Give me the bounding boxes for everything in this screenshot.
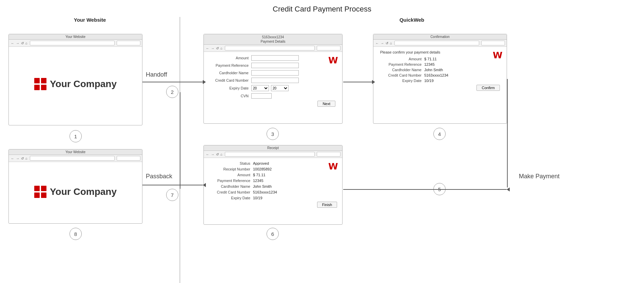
company-logo-1: Your Company bbox=[34, 78, 117, 90]
refresh-icon-1[interactable]: ↺ bbox=[21, 41, 24, 45]
forward-icon-4[interactable]: → bbox=[16, 157, 20, 160]
confirm-btn-container: Confirm bbox=[380, 85, 500, 91]
main-title: Credit Card Payment Process bbox=[0, 0, 644, 17]
finish-btn-container: Finish bbox=[209, 202, 337, 208]
finish-button[interactable]: Finish bbox=[317, 202, 337, 208]
browser-4-content: Your Company bbox=[9, 162, 142, 221]
card-num-input[interactable] bbox=[251, 78, 299, 83]
forward-icon-5[interactable]: → bbox=[211, 153, 215, 156]
westpac-logo-3: 𝗪 bbox=[493, 50, 503, 61]
logo-sq-3 bbox=[34, 85, 40, 90]
logo-grid-2 bbox=[34, 186, 46, 198]
receipt-num-val: 100285892 bbox=[253, 167, 272, 171]
home-icon-1[interactable]: ⌂ bbox=[25, 41, 28, 45]
search-bar-1[interactable] bbox=[117, 41, 140, 45]
home-icon-2[interactable]: ⌂ bbox=[220, 46, 223, 50]
browser-1-titlebar: Your Website bbox=[9, 34, 142, 40]
expiry-month-select[interactable]: 20 bbox=[251, 85, 269, 91]
browser-2-titlebar: 5163xxxx1234 Payment Details bbox=[204, 34, 342, 45]
cvn-input[interactable] bbox=[251, 93, 272, 99]
logo-sq-6 bbox=[41, 186, 46, 191]
search-bar-2[interactable] bbox=[317, 46, 340, 50]
step-1: 1 bbox=[70, 130, 82, 142]
logo-sq-2 bbox=[41, 78, 46, 83]
browser-5-content: 𝗪 Status Approved Receipt Number 1002858… bbox=[204, 158, 342, 221]
confirm-amount-row: Amount $ 71.11 bbox=[380, 57, 500, 61]
card-num-label: Credit Card Number bbox=[211, 78, 251, 82]
cvn-label: CVN bbox=[211, 94, 251, 98]
address-bar-3[interactable] bbox=[394, 41, 479, 45]
receipt-expiry-label: Expiry Date bbox=[209, 196, 253, 200]
payment-form: Amount Payment Reference Cardholder Name… bbox=[204, 52, 342, 110]
browser-3-toolbar: ← → ↺ ⌂ bbox=[373, 40, 507, 47]
confirm-heading: Please confirm your payment details bbox=[380, 50, 500, 54]
confirm-amount-label: Amount bbox=[380, 57, 424, 61]
mp-line bbox=[343, 189, 507, 190]
browser-5-titlebar: Receipt bbox=[204, 145, 342, 151]
passback-line bbox=[142, 185, 203, 185]
home-icon-5[interactable]: ⌂ bbox=[220, 153, 223, 156]
back-icon-3[interactable]: ← bbox=[375, 41, 379, 45]
search-bar-5[interactable] bbox=[317, 152, 340, 157]
refresh-icon-3[interactable]: ↺ bbox=[385, 41, 389, 45]
receipt-card-num-val: 5163xxxx1234 bbox=[253, 190, 277, 194]
forward-icon-1[interactable]: → bbox=[16, 41, 20, 45]
browser-5-toolbar: ← → ↺ ⌂ bbox=[204, 151, 342, 158]
expiry-year-select[interactable]: 20 bbox=[271, 85, 289, 91]
your-website-header: Your Website bbox=[0, 17, 180, 23]
receipt-cardholder-val: John Smith bbox=[253, 184, 272, 188]
receipt-num-row: Receipt Number 100285892 bbox=[209, 167, 337, 171]
browser-4: Your Website ← → ↺ ⌂ Your Company bbox=[8, 149, 142, 224]
refresh-icon-2[interactable]: ↺ bbox=[216, 46, 219, 50]
logo-grid-1 bbox=[34, 78, 46, 90]
logo-sq-5 bbox=[34, 186, 40, 191]
receipt-status-label: Status bbox=[209, 161, 253, 165]
cardholder-label: Cardholder Name bbox=[211, 71, 251, 75]
address-bar-4[interactable] bbox=[30, 156, 115, 161]
forward-icon-3[interactable]: → bbox=[380, 41, 384, 45]
back-icon-4[interactable]: ← bbox=[11, 157, 15, 160]
receipt-ref-val: 12345 bbox=[253, 179, 264, 183]
step-6: 6 bbox=[267, 228, 279, 240]
browser-1: Your Website ← → ↺ ⌂ Your Company bbox=[8, 34, 142, 125]
browser-1-toolbar: ← → ↺ ⌂ bbox=[9, 40, 142, 47]
back-icon-5[interactable]: ← bbox=[206, 153, 210, 156]
home-icon-4[interactable]: ⌂ bbox=[25, 157, 28, 160]
browser-3-titlebar: Confirmation bbox=[373, 34, 507, 40]
receipt-form: Status Approved Receipt Number 100285892… bbox=[204, 158, 342, 211]
payment-ref-label: Payment Reference bbox=[211, 63, 251, 67]
home-icon-3[interactable]: ⌂ bbox=[390, 41, 392, 45]
refresh-icon-5[interactable]: ↺ bbox=[216, 153, 219, 156]
browser-2-content: 𝗪 Amount Payment Reference Cardholder Na… bbox=[204, 52, 342, 123]
confirmation-form: Please confirm your payment details Amou… bbox=[373, 47, 507, 94]
forward-icon-2[interactable]: → bbox=[211, 46, 215, 50]
browser-2-toolbar: ← → ↺ ⌂ bbox=[204, 45, 342, 52]
confirm-ref-label: Payment Reference bbox=[380, 62, 424, 66]
next-button[interactable]: Next bbox=[317, 101, 335, 107]
refresh-icon-4[interactable]: ↺ bbox=[21, 157, 24, 160]
search-bar-4[interactable] bbox=[117, 156, 140, 161]
address-bar-5[interactable] bbox=[225, 152, 315, 157]
receipt-cardholder-row: Cardholder Name John Smith bbox=[209, 184, 337, 188]
receipt-amount-label: Amount bbox=[209, 173, 253, 177]
payment-ref-input[interactable] bbox=[251, 63, 299, 68]
amount-row: Amount bbox=[211, 55, 335, 61]
expiry-label: Expiry Date bbox=[211, 86, 251, 90]
company-name-2: Your Company bbox=[50, 186, 117, 197]
address-bar-2[interactable] bbox=[225, 46, 315, 50]
logo-sq-8 bbox=[41, 193, 46, 198]
back-icon-1[interactable]: ← bbox=[11, 41, 15, 45]
amount-input[interactable] bbox=[251, 55, 299, 61]
receipt-amount-row: Amount $ 71.11 bbox=[209, 173, 337, 177]
step-3: 3 bbox=[267, 128, 279, 140]
back-icon-2[interactable]: ← bbox=[206, 46, 210, 50]
search-bar-3[interactable] bbox=[481, 41, 505, 45]
browser-4-toolbar: ← → ↺ ⌂ bbox=[9, 155, 142, 162]
step-2: 2 bbox=[166, 86, 178, 98]
address-bar-1[interactable] bbox=[30, 41, 115, 45]
handoff-label: Handoff bbox=[146, 71, 167, 78]
cardholder-input[interactable] bbox=[251, 70, 299, 76]
browser-3-content: 𝗪 Please confirm your payment details Am… bbox=[373, 47, 507, 118]
handoff-line bbox=[142, 82, 203, 82]
confirm-button[interactable]: Confirm bbox=[476, 85, 500, 91]
